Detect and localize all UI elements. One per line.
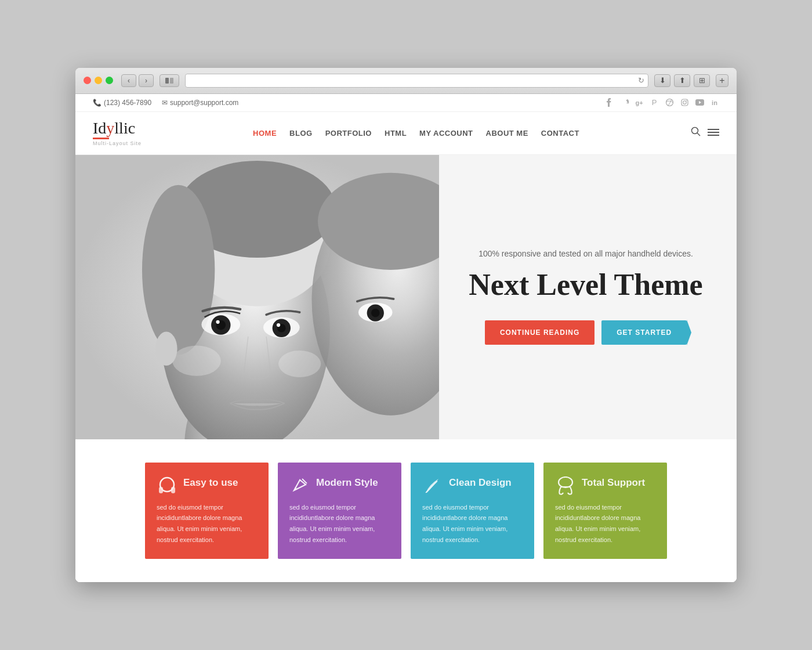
svg-point-2 <box>666 99 673 106</box>
svg-point-28 <box>278 351 321 377</box>
linkedin-icon[interactable]: in <box>710 98 719 107</box>
minimize-dot[interactable] <box>95 77 102 84</box>
social-links: g+ P in <box>604 98 719 107</box>
email-address: support@support.com <box>170 99 238 107</box>
nav-aboutme[interactable]: ABOUT ME <box>486 129 528 138</box>
svg-point-4 <box>683 101 686 104</box>
hero-buttons: CONTINUE READING GET STARTED <box>458 321 713 345</box>
hero-subtitle: 100% responsive and tested on all major … <box>458 249 713 258</box>
feature-icon-feather: Clean Design <box>422 476 523 495</box>
svg-rect-1 <box>170 78 173 84</box>
svg-rect-37 <box>171 487 175 493</box>
svg-point-22 <box>216 320 219 323</box>
svg-point-8 <box>692 128 698 134</box>
back-button[interactable]: ‹ <box>121 74 136 87</box>
nav-bar: Idyllic Multi-Layout Site HOME BLOG PORT… <box>75 112 737 155</box>
nav-links: HOME BLOG PORTFOLIO HTML MY ACCOUNT ABOU… <box>253 129 579 138</box>
nav-contact[interactable]: CONTACT <box>541 129 579 138</box>
svg-point-26 <box>277 323 280 327</box>
features-section: Easy to use sed do eiusmod tempor incidi… <box>75 439 737 583</box>
feature-icon-pen: Modern Style <box>289 476 390 495</box>
sidebar-toggle[interactable] <box>160 74 179 87</box>
download-button[interactable]: ⬇ <box>654 74 670 87</box>
instagram-icon[interactable] <box>680 98 689 107</box>
phone-contact: 📞 (123) 456-7890 <box>93 99 151 107</box>
get-started-button[interactable]: GET STARTED <box>601 321 687 345</box>
phone-number: (123) 456-7890 <box>104 99 151 107</box>
hero-content: 100% responsive and tested on all major … <box>458 249 713 345</box>
feature-text-4: sed do eiusmod tempor incididuntlabore d… <box>555 502 655 546</box>
maximize-dot[interactable] <box>106 77 113 84</box>
nav-portfolio[interactable]: PORTFOLIO <box>325 129 372 138</box>
feature-icon-headphones: Easy to use <box>157 476 257 495</box>
svg-point-33 <box>371 308 380 317</box>
logo-tagline: Multi-Layout Site <box>93 140 142 146</box>
hero-title: Next Level Theme <box>458 268 713 302</box>
browser-actions: ⬇ ⬆ ⊞ <box>654 74 710 87</box>
continue-reading-button[interactable]: CONTINUE READING <box>485 321 594 345</box>
hero-section: 100% responsive and tested on all major … <box>75 155 737 439</box>
feature-icon-phone: Total Support <box>555 476 655 495</box>
nav-myaccount[interactable]: MY ACCOUNT <box>419 129 473 138</box>
feature-total-support: Total Support sed do eiusmod tempor inci… <box>543 463 667 559</box>
logo-text: Idyllic <box>93 120 142 139</box>
menu-icon[interactable] <box>708 127 719 139</box>
top-bar-left: 📞 (123) 456-7890 ✉ support@support.com <box>93 99 238 107</box>
svg-rect-0 <box>165 78 169 84</box>
share-button[interactable]: ⬆ <box>674 74 690 87</box>
nav-blog[interactable]: BLOG <box>289 129 313 138</box>
top-bar: 📞 (123) 456-7890 ✉ support@support.com g… <box>75 94 737 112</box>
feature-title-3: Clean Design <box>449 477 512 489</box>
nav-home[interactable]: HOME <box>253 129 277 138</box>
svg-point-39 <box>559 477 572 488</box>
feature-title-2: Modern Style <box>316 477 378 489</box>
address-bar[interactable]: ↻ <box>185 74 648 88</box>
browser-dots <box>84 77 113 84</box>
tab-manager-button[interactable]: ⊞ <box>694 74 710 87</box>
feature-modern-style: Modern Style sed do eiusmod tempor incid… <box>278 463 401 559</box>
email-icon: ✉ <box>162 99 168 107</box>
browser-toolbar: ‹ › ↻ ⬇ ⬆ ⊞ + <box>75 68 737 94</box>
youtube-icon[interactable] <box>695 98 704 107</box>
twitter-icon[interactable] <box>619 98 629 107</box>
feature-title-1: Easy to use <box>183 477 238 489</box>
feature-text-3: sed do eiusmod tempor incididuntlabore d… <box>422 502 523 546</box>
facebook-icon[interactable] <box>604 98 614 107</box>
svg-line-9 <box>697 133 700 136</box>
new-tab-button[interactable]: + <box>716 74 728 87</box>
phone-icon: 📞 <box>93 99 102 107</box>
svg-point-5 <box>686 100 687 102</box>
feature-clean-design: Clean Design sed do eiusmod tempor incid… <box>411 463 534 559</box>
svg-point-27 <box>172 345 221 375</box>
hero-image <box>75 155 439 439</box>
refresh-icon[interactable]: ↻ <box>638 76 644 85</box>
website-content: 📞 (123) 456-7890 ✉ support@support.com g… <box>75 94 737 583</box>
browser-window: ‹ › ↻ ⬇ ⬆ ⊞ + 📞 (123) 456-7890 ✉ <box>75 68 737 583</box>
dribbble-icon[interactable] <box>665 98 674 107</box>
nav-buttons: ‹ › <box>121 74 154 87</box>
logo-underline <box>93 138 109 139</box>
feature-title-4: Total Support <box>582 477 645 489</box>
feature-text-2: sed do eiusmod tempor incididuntlabore d… <box>289 502 390 546</box>
feature-easy-to-use: Easy to use sed do eiusmod tempor incidi… <box>145 463 269 559</box>
nav-action-icons <box>691 127 719 139</box>
gplus-icon[interactable]: g+ <box>635 98 644 107</box>
svg-rect-36 <box>159 487 163 493</box>
svg-point-34 <box>155 331 177 366</box>
logo[interactable]: Idyllic Multi-Layout Site <box>93 120 142 146</box>
email-contact: ✉ support@support.com <box>162 99 238 107</box>
close-dot[interactable] <box>84 77 91 84</box>
pinterest-icon[interactable]: P <box>650 98 659 107</box>
search-icon[interactable] <box>691 127 701 139</box>
nav-html[interactable]: HTML <box>385 129 407 138</box>
feature-text-1: sed do eiusmod tempor incididuntlabore d… <box>157 502 257 546</box>
forward-button[interactable]: › <box>139 74 154 87</box>
